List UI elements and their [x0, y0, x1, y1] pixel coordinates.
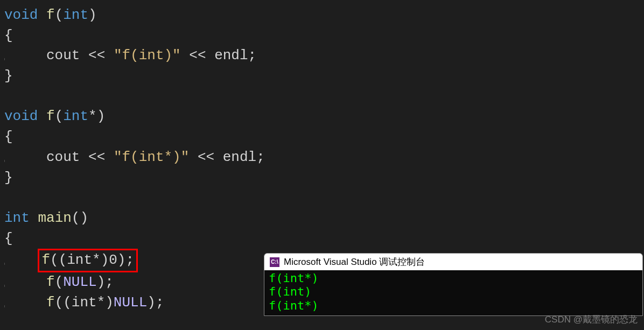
type-int: int [63, 7, 88, 23]
ident-endl: endl [214, 47, 248, 64]
watermark-text: CSDN @戴墨镜的恐龙 [545, 313, 638, 326]
code-line: { [4, 229, 644, 249]
visual-studio-icon: C:\ [270, 257, 279, 267]
string-literal: "f(int*)" [114, 149, 189, 165]
highlighted-code-box: f((int*)0); [38, 249, 138, 272]
string-literal: "f(int)" [114, 47, 181, 64]
code-line: } [4, 168, 644, 188]
code-line: } [4, 66, 644, 87]
code-line: cout << "f(int*)" << endl; [4, 148, 644, 168]
console-output: f(int*) f(int) f(int*) [264, 270, 642, 315]
code-line [4, 87, 644, 107]
code-line: int main() [4, 208, 644, 229]
null-keyword: NULL [63, 274, 96, 290]
console-line: f(int) [269, 285, 638, 298]
ident-cout: cout [46, 47, 80, 64]
code-line [4, 188, 644, 208]
function-name: f [46, 7, 55, 23]
code-line: void f(int) [4, 5, 644, 26]
code-line: cout << "f(int)" << endl; [4, 46, 644, 66]
function-main: main [38, 210, 71, 226]
console-line: f(int*) [269, 299, 638, 312]
console-line: f(int*) [269, 271, 638, 285]
code-line: { [4, 127, 644, 148]
code-line: { [4, 26, 644, 46]
console-titlebar[interactable]: C:\ Microsoft Visual Studio 调试控制台 [264, 254, 642, 270]
console-title: Microsoft Visual Studio 调试控制台 [284, 256, 425, 268]
console-window[interactable]: C:\ Microsoft Visual Studio 调试控制台 f(int*… [264, 253, 643, 316]
keyword-void: void [4, 7, 38, 23]
code-line: void f(int*) [4, 107, 644, 127]
